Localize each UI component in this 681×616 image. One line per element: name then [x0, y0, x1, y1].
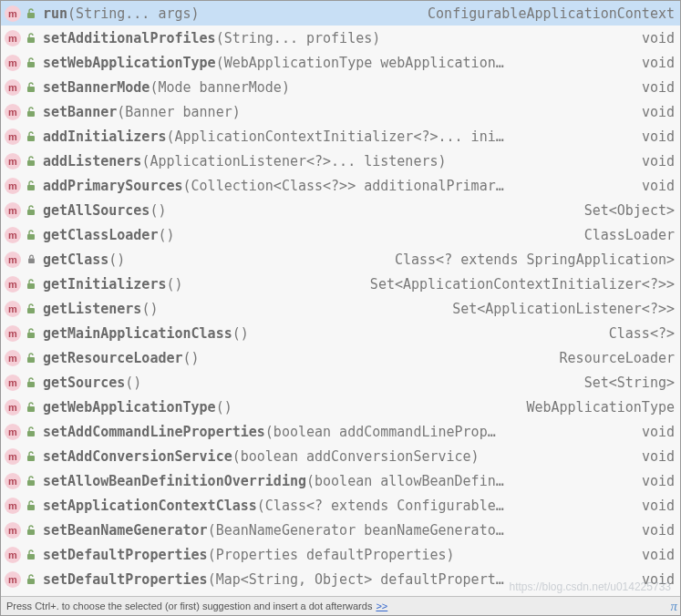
method-icon: m	[5, 473, 21, 489]
method-params: ()	[108, 252, 125, 268]
method-name: setBannerMode	[43, 79, 150, 96]
public-icon	[25, 7, 37, 20]
svg-rect-20	[27, 505, 35, 510]
method-signature: getClass()	[43, 252, 384, 268]
method-signature: setWebApplicationType(WebApplicationType…	[43, 55, 631, 71]
method-signature: setApplicationContextClass(Class<? exten…	[43, 498, 631, 514]
method-signature: setAddConversionService(boolean addConve…	[43, 448, 631, 465]
public-icon	[25, 475, 37, 488]
method-name: setAdditionalProfiles	[43, 30, 216, 46]
return-type: void	[631, 178, 675, 194]
completion-item[interactable]: mgetInitializers()Set<ApplicationContext…	[1, 272, 680, 296]
method-name: setAddConversionService	[43, 448, 232, 465]
method-signature: addPrimarySources(Collection<Class<?>> a…	[43, 178, 631, 194]
completion-item[interactable]: mgetResourceLoader()ResourceLoader	[1, 345, 680, 370]
completion-item[interactable]: mgetSources()Set<String>	[1, 370, 680, 395]
pi-icon[interactable]: π	[670, 599, 677, 614]
method-signature: setDefaultProperties(Map<String, Object>…	[43, 571, 631, 588]
svg-rect-18	[27, 456, 35, 461]
public-icon	[25, 327, 37, 340]
method-name: getListeners	[43, 301, 141, 317]
method-icon: m	[5, 350, 21, 366]
method-params: (Banner banner)	[117, 104, 240, 120]
method-icon: m	[5, 325, 21, 342]
completion-item[interactable]: msetAdditionalProfiles(String... profile…	[1, 26, 680, 50]
method-icon: m	[5, 399, 21, 416]
method-params: (String... args)	[67, 5, 200, 22]
completion-item[interactable]: msetWebApplicationType(WebApplicationTyp…	[1, 50, 680, 75]
svg-rect-22	[27, 554, 35, 560]
completion-item[interactable]: mgetWebApplicationType()WebApplicationTy…	[1, 395, 680, 419]
method-params: ()	[232, 325, 249, 342]
public-icon	[25, 32, 37, 45]
completion-item[interactable]: mgetClassLoader()ClassLoader	[1, 222, 680, 247]
method-params: ()	[216, 399, 232, 416]
method-params: (BeanNameGenerator beanNameGenerato…	[208, 522, 504, 539]
completion-item[interactable]: maddListeners(ApplicationListener<?>... …	[1, 149, 680, 173]
method-name: getSources	[43, 375, 125, 391]
method-signature: getSources()	[43, 375, 573, 391]
completion-item[interactable]: msetDefaultProperties(Map<String, Object…	[1, 567, 680, 591]
completion-item[interactable]: msetAllowBeanDefinitionOverriding(boolea…	[1, 468, 680, 493]
completion-item[interactable]: msetBeanNameGenerator(BeanNameGenerator …	[1, 518, 680, 542]
completion-item[interactable]: mgetMainApplicationClass()Class<?>	[1, 321, 680, 345]
completion-list[interactable]: mrun(String... args)ConfigurableApplicat…	[1, 1, 680, 616]
method-name: getResourceLoader	[43, 350, 183, 366]
return-type: ResourceLoader	[549, 350, 675, 366]
method-name: getInitializers	[43, 276, 166, 293]
hint-link[interactable]: >>	[376, 601, 387, 611]
completion-item[interactable]: msetApplicationContextClass(Class<? exte…	[1, 493, 680, 518]
return-type: ClassLoader	[573, 227, 675, 243]
method-name: addInitializers	[43, 128, 166, 145]
svg-rect-5	[27, 136, 35, 141]
public-icon	[25, 106, 37, 118]
public-icon	[25, 303, 37, 315]
public-icon	[25, 352, 37, 364]
completion-item[interactable]: maddInitializers(ApplicationContextIniti…	[1, 124, 680, 149]
svg-rect-6	[27, 160, 35, 166]
return-type: void	[631, 104, 675, 120]
svg-rect-8	[27, 210, 35, 215]
completion-item[interactable]: mgetAllSources()Set<Object>	[1, 198, 680, 222]
method-params: (Collection<Class<?>> additionalPrimar…	[183, 178, 504, 194]
method-icon: m	[5, 276, 21, 293]
completion-item[interactable]: msetBannerMode(Mode bannerMode)void	[1, 75, 680, 99]
return-type: void	[631, 153, 675, 169]
completion-item[interactable]: msetBanner(Banner banner)void	[1, 99, 680, 124]
method-icon: m	[5, 79, 21, 96]
method-icon: m	[5, 448, 21, 465]
method-params: (boolean addConversionService)	[232, 448, 480, 465]
method-params: (Class<? extends Configurable…	[257, 498, 504, 514]
method-icon: m	[5, 522, 21, 539]
svg-rect-10	[28, 259, 35, 263]
method-icon: m	[5, 424, 21, 440]
svg-rect-11	[27, 283, 35, 289]
return-type: void	[631, 128, 675, 145]
method-signature: setBannerMode(Mode bannerMode)	[43, 79, 631, 96]
svg-rect-14	[27, 357, 35, 363]
return-type: Set<String>	[573, 375, 675, 391]
svg-rect-12	[27, 308, 35, 313]
svg-rect-3	[27, 87, 35, 92]
public-icon	[25, 376, 37, 389]
svg-rect-21	[27, 529, 35, 535]
method-params: (boolean allowBeanDefin…	[306, 473, 504, 489]
return-type: void	[631, 522, 675, 539]
method-name: setAllowBeanDefinitionOverriding	[43, 473, 306, 489]
return-type: void	[631, 448, 675, 465]
completion-item[interactable]: msetDefaultProperties(Properties default…	[1, 542, 680, 567]
method-icon: m	[5, 202, 21, 219]
method-signature: run(String... args)	[43, 5, 417, 22]
completion-item[interactable]: msetAddConversionService(boolean addConv…	[1, 444, 680, 468]
completion-item[interactable]: mgetClass()Class<? extends SpringApplica…	[1, 247, 680, 272]
hint-bar: Press Ctrl+. to choose the selected (or …	[1, 596, 680, 615]
public-icon	[25, 155, 37, 168]
completion-item[interactable]: maddPrimarySources(Collection<Class<?>> …	[1, 173, 680, 198]
public-icon	[25, 549, 37, 561]
public-icon	[25, 56, 37, 69]
completion-item[interactable]: msetAddCommandLineProperties(boolean add…	[1, 419, 680, 444]
method-signature: getClassLoader()	[43, 227, 573, 243]
completion-item[interactable]: mrun(String... args)ConfigurableApplicat…	[1, 1, 680, 26]
hint-text: Press Ctrl+. to choose the selected (or …	[6, 601, 372, 611]
completion-item[interactable]: mgetListeners()Set<ApplicationListener<?…	[1, 296, 680, 321]
